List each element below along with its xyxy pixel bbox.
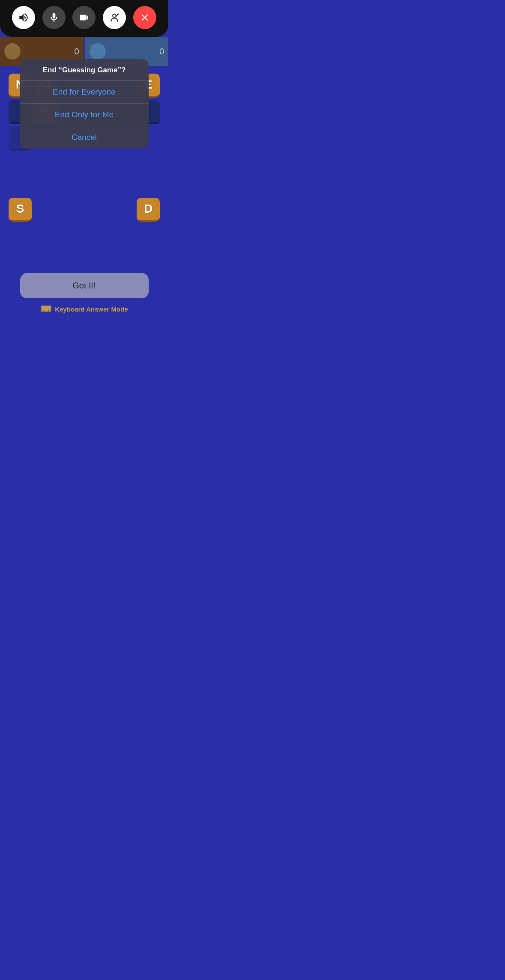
end-game-modal: End “Guessing Game”? End for Everyone En… (20, 59, 149, 148)
end-only-for-me-button[interactable]: End Only for Me (20, 104, 149, 126)
player-score-left: 0 (74, 47, 79, 56)
speaker-button[interactable] (12, 6, 35, 29)
keyboard-mode-label: Keyboard Answer Mode (55, 306, 128, 313)
tile-D: D (137, 198, 160, 222)
svg-point-0 (113, 14, 116, 18)
cancel-button[interactable]: Cancel (20, 126, 149, 148)
player-avatar-left (4, 43, 21, 59)
bottom-area: Got It! ⌨ Keyboard Answer Mode (0, 273, 168, 314)
top-bar (0, 0, 168, 37)
camera-button[interactable] (72, 6, 96, 29)
keyboard-mode-toggle[interactable]: ⌨ Keyboard Answer Mode (40, 304, 128, 314)
modal-title: End “Guessing Game”? (20, 59, 149, 81)
keyboard-icon: ⌨ (40, 304, 51, 314)
end-for-everyone-button[interactable]: End for Everyone (20, 81, 149, 104)
person-button[interactable] (103, 6, 126, 29)
player-score-right: 0 (159, 47, 164, 56)
grid-row-4: S D (9, 198, 160, 222)
got-it-button[interactable]: Got It! (20, 273, 149, 298)
microphone-button[interactable] (42, 6, 66, 29)
end-call-button[interactable] (133, 6, 156, 29)
tile-S: S (9, 198, 32, 222)
player-avatar-right (90, 43, 106, 59)
